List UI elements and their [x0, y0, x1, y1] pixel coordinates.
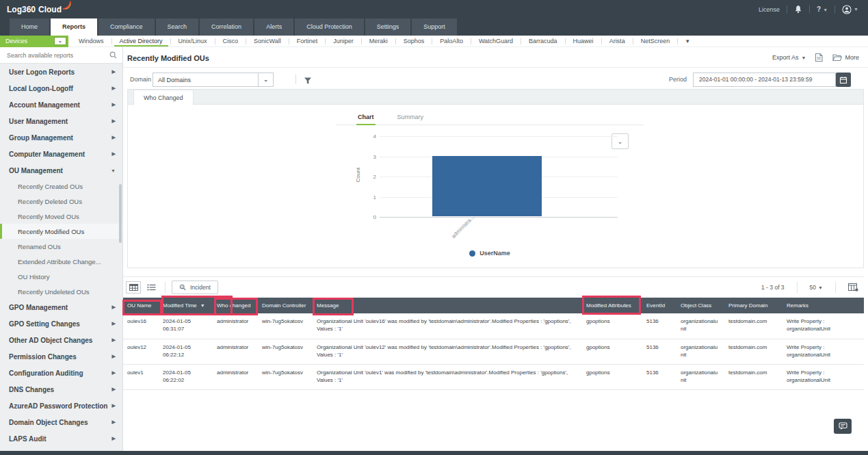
column-chooser-icon[interactable] [848, 283, 858, 291]
col-remarks[interactable]: Remarks [782, 298, 864, 313]
device-tab-paloalto[interactable]: PaloAlto [432, 36, 471, 47]
device-tab-meraki[interactable]: Meraki [362, 36, 395, 47]
sidebar-item-dns-changes[interactable]: DNS Changes▶ [0, 381, 122, 398]
col-object-class[interactable]: Object Class [676, 298, 724, 313]
col-message[interactable]: Message [313, 298, 582, 313]
tab-chart[interactable]: Chart [356, 114, 376, 125]
device-tab-windows[interactable]: Windows [71, 36, 111, 47]
sidebar-item-recently-moved-ous[interactable]: Recently Moved OUs [0, 209, 122, 224]
sidebar-item-other-ad-object-changes[interactable]: Other AD Object Changes▶ [0, 332, 122, 348]
chevron-right-icon: ▶ [112, 419, 116, 425]
nav-tab-reports[interactable]: Reports [51, 18, 97, 36]
x-category-label: administra... [450, 214, 475, 239]
devices-dropdown[interactable]: Devices ⌄ [0, 36, 68, 47]
sidebar-item-ou-management[interactable]: OU Management▼ [0, 162, 122, 179]
sidebar-item-user-management[interactable]: User Management▶ [0, 113, 122, 129]
calendar-button[interactable] [836, 73, 851, 87]
col-modified-attributes[interactable]: Modified Attributes [582, 298, 642, 313]
device-tab-sonicwall[interactable]: SonicWall [246, 36, 289, 47]
notifications-bell-icon[interactable] [794, 5, 802, 14]
legend-label[interactable]: UserName [479, 250, 510, 257]
sidebar-item-local-logon-logoff[interactable]: Local Logon-Logoff▶ [0, 80, 122, 96]
table-row[interactable]: oulev162024-01-05 06:31:07 administrator… [123, 313, 864, 339]
col-eventid[interactable]: EventId [642, 298, 676, 313]
sidebar-item-renamed-ous[interactable]: Renamed OUs [0, 239, 122, 254]
sidebar-item-azuread-password-protection[interactable]: AzureAD Password Protection▶ [0, 398, 122, 414]
table-row[interactable]: oulev122024-01-05 06:22:12 administrator… [123, 339, 864, 364]
export-as-button[interactable]: Export As▼ [772, 54, 806, 61]
domain-select-value: All Domains [153, 77, 258, 83]
sidebar-item-group-management[interactable]: Group Management▶ [0, 129, 122, 146]
nav-tab-support[interactable]: Support [412, 18, 457, 36]
device-tab-fortinet[interactable]: Fortinet [289, 36, 326, 47]
user-menu[interactable]: ▼ [842, 5, 858, 14]
chevron-right-icon: ▶ [112, 304, 116, 310]
device-tab-juniper[interactable]: Juniper [326, 36, 361, 47]
nav-tab-compliance[interactable]: Compliance [98, 18, 155, 36]
table-row[interactable]: oulev12024-01-05 06:22:02 administratorw… [123, 364, 864, 389]
period-range-input[interactable]: 2024-01-01 00:00:00 - 2024-01-13 23:59:5… [693, 73, 836, 87]
chevron-right-icon: ▶ [112, 387, 116, 392]
sidebar-item-recently-modified-ous[interactable]: Recently Modified OUs [0, 224, 122, 239]
filter-funnel-icon[interactable] [304, 75, 312, 88]
sidebar-item-gpo-setting-changes[interactable]: GPO Setting Changes▶ [0, 315, 122, 332]
col-primary-domain[interactable]: Primary Domain [724, 298, 782, 313]
nav-tab-cloud-protection[interactable]: Cloud Protection [295, 18, 364, 36]
sidebar-scrollbar[interactable] [119, 184, 122, 243]
more-button[interactable]: More [832, 53, 859, 62]
sidebar-item-permission-changes[interactable]: Permission Changes▶ [0, 348, 122, 365]
license-link[interactable]: License [759, 6, 780, 13]
device-tab-unix-linux[interactable]: Unix/Linux [171, 36, 215, 47]
sidebar-item-configuration-auditing[interactable]: Configuration Auditing▶ [0, 365, 122, 381]
sidebar: User Logon Reports▶ Local Logon-Logoff▶ … [0, 47, 123, 451]
bar-username[interactable] [432, 156, 542, 217]
domain-select[interactable]: All Domains ⌄ [153, 73, 274, 87]
schedule-report-icon[interactable] [815, 53, 824, 62]
sidebar-item-domain-object-changes[interactable]: Domain Object Changes▶ [0, 414, 122, 430]
sidebar-item-recently-created-ous[interactable]: Recently Created OUs [0, 179, 122, 194]
divider [295, 75, 296, 84]
sidebar-item-user-logon-reports[interactable]: User Logon Reports▶ [0, 64, 122, 80]
sidebar-item-computer-management[interactable]: Computer Management▶ [0, 146, 122, 162]
help-menu[interactable]: ?▼ [817, 5, 828, 13]
device-tab-netscreen[interactable]: NetScreen [633, 36, 678, 47]
sidebar-item-ou-history[interactable]: OU History [0, 269, 122, 284]
device-tab-active-directory[interactable]: Active Directory [112, 36, 170, 47]
chart-area: Chart Summary Count 4 3 2 1 0 administra… [336, 114, 644, 257]
device-tab-arista[interactable]: Arista [602, 36, 633, 47]
device-tab-huawei[interactable]: Huawei [566, 36, 601, 47]
sidebar-item-recently-deleted-ous[interactable]: Recently Deleted OUs [0, 194, 122, 209]
sidebar-item-recently-undeleted-ous[interactable]: Recently Undeleted OUs [0, 284, 122, 299]
grid-view-button[interactable] [126, 281, 141, 294]
incident-button[interactable]: Incident [172, 281, 218, 294]
feedback-chat-button[interactable] [834, 419, 852, 434]
device-tab-watchguard[interactable]: WatchGuard [471, 36, 521, 47]
search-icon [109, 51, 117, 59]
list-view-button[interactable] [144, 281, 159, 294]
nav-tab-settings[interactable]: Settings [365, 18, 411, 36]
page-size-select[interactable]: 50▼ [810, 284, 823, 291]
device-tab-barracuda[interactable]: Barracuda [521, 36, 565, 47]
search-input[interactable] [5, 51, 109, 60]
tab-summary[interactable]: Summary [396, 114, 425, 125]
sort-desc-icon[interactable]: ▼ [200, 303, 205, 308]
nav-tab-search[interactable]: Search [156, 18, 199, 36]
col-who-changed[interactable]: Who changed [213, 298, 258, 313]
sidebar-item-account-management[interactable]: Account Management▶ [0, 96, 122, 113]
sidebar-item-laps-audit[interactable]: LAPS Audit▶ [0, 430, 122, 447]
sidebar-item-extended-attribute-change[interactable]: Extended Attribute Change... [0, 254, 122, 269]
y-axis-label: Count [355, 168, 361, 182]
legend-dot [469, 250, 475, 257]
col-domain-controller[interactable]: Domain Controller [258, 298, 313, 313]
device-tab-sophos[interactable]: Sophos [396, 36, 432, 47]
nav-tab-home[interactable]: Home [10, 18, 49, 36]
col-modified-time[interactable]: Modified Time▼ [159, 298, 213, 313]
sidebar-item-gpo-management[interactable]: GPO Management▶ [0, 299, 122, 315]
tab-who-changed[interactable]: Who Changed [133, 90, 194, 105]
device-overflow-button[interactable]: ▼ [685, 38, 690, 44]
domain-label: Domain [130, 76, 151, 83]
nav-tab-alerts[interactable]: Alerts [254, 18, 293, 36]
nav-tab-correlation[interactable]: Correlation [200, 18, 253, 36]
device-tab-cisco[interactable]: Cisco [215, 36, 246, 47]
col-ou-name[interactable]: OU Name [123, 298, 159, 313]
